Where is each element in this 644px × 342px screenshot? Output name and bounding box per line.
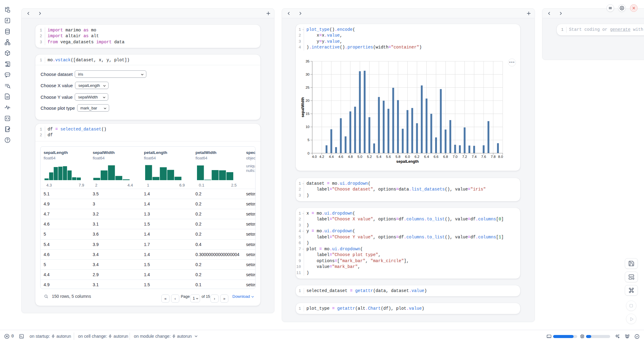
svg-text:6.2: 6.2 (415, 155, 420, 159)
svg-text:15: 15 (306, 112, 309, 116)
svg-text:4.2: 4.2 (319, 155, 324, 159)
svg-text:7.0: 7.0 (453, 155, 458, 159)
svg-text:10: 10 (306, 125, 309, 129)
svg-text:5: 5 (308, 138, 309, 142)
svg-text:20: 20 (306, 99, 309, 102)
svg-text:0: 0 (308, 151, 309, 155)
svg-text:sepalLength: sepalLength (396, 159, 419, 164)
svg-text:4.0: 4.0 (312, 155, 317, 159)
svg-text:5.4: 5.4 (377, 155, 382, 159)
svg-text:4.6: 4.6 (338, 155, 343, 159)
svg-text:6.4: 6.4 (424, 155, 429, 159)
svg-text:7.2: 7.2 (462, 155, 467, 159)
svg-text:6.6: 6.6 (434, 155, 438, 159)
svg-text:35: 35 (306, 59, 309, 63)
svg-text:7.6: 7.6 (481, 155, 486, 159)
svg-text:5.6: 5.6 (386, 155, 391, 159)
svg-text:4.4: 4.4 (329, 155, 334, 159)
svg-text:8.0: 8.0 (498, 155, 503, 159)
svg-text:5.2: 5.2 (367, 155, 372, 159)
svg-text:5.8: 5.8 (395, 155, 400, 159)
svg-text:6.0: 6.0 (405, 155, 410, 159)
svg-text:sepalWidth: sepalWidth (301, 97, 305, 118)
svg-text:5.0: 5.0 (357, 155, 362, 159)
svg-text:4.8: 4.8 (348, 155, 353, 159)
svg-text:25: 25 (306, 86, 309, 89)
svg-text:7.4: 7.4 (472, 155, 477, 159)
svg-text:6.8: 6.8 (443, 155, 448, 159)
svg-text:30: 30 (306, 73, 309, 76)
svg-text:7.8: 7.8 (491, 155, 496, 159)
